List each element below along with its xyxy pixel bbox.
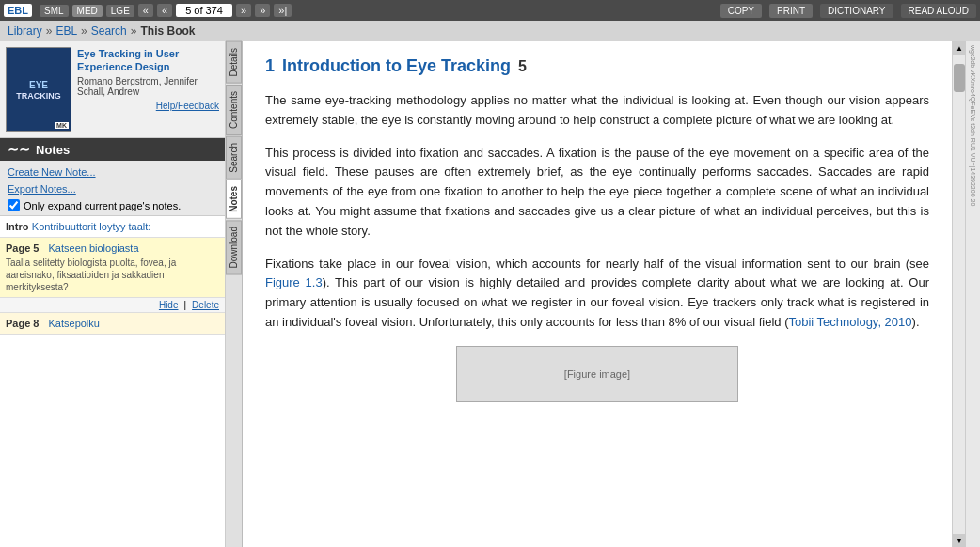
read-aloud-button[interactable]: READ ALOUD (901, 4, 976, 18)
expand-current-label: Only expand current page's notes. (24, 200, 181, 211)
tab-search[interactable]: Search (226, 136, 242, 180)
note-page5-body: Taalla selitetty biologista puolta, fove… (6, 257, 219, 293)
scroll-thumb[interactable] (954, 64, 965, 92)
scroll-track[interactable] (953, 55, 965, 534)
size-small-button[interactable]: SML (40, 5, 69, 17)
chapter-title: Introduction to Eye Tracking (282, 56, 511, 76)
code-strip: wgc2db vKXmro4QFeEVs t2dh RU1 VU=|143922… (965, 41, 980, 547)
main-layout: EYE TRACKING MK Eye Tracking in User Exp… (0, 41, 980, 547)
paragraph-1: The same eye-tracking methodology applie… (265, 91, 929, 131)
scroll-down-arrow[interactable]: ▼ (953, 534, 966, 547)
book-cover: EYE TRACKING MK (6, 47, 71, 132)
breadcrumb-ebl[interactable]: EBL (55, 24, 77, 38)
nav-last-button[interactable]: »| (274, 4, 292, 17)
note-intro: Intro Kontribuuttorit loytyy taalt: (0, 216, 225, 238)
figure-link[interactable]: Figure 1.3 (265, 275, 323, 289)
figure-area: [Figure image] (265, 346, 929, 402)
page-indicator: 5 of 374 (176, 4, 232, 17)
breadcrumb-search[interactable]: Search (91, 24, 127, 38)
chapter-page-num: 5 (518, 58, 527, 75)
notes-header: ∼∼ Notes (0, 138, 225, 161)
note-page8-title[interactable]: Katsepolku (49, 318, 100, 329)
book-title: Eye Tracking in User Experience Design (77, 47, 219, 74)
chapter-header: 1 Introduction to Eye Tracking 5 (265, 56, 929, 76)
print-button[interactable]: PRINT (769, 4, 813, 18)
note-page5: Page 5 Katseen biologiasta Taalla selite… (0, 238, 225, 298)
nav-next-button[interactable]: » (236, 4, 251, 17)
tobii-link[interactable]: Tobii Technology, 2010 (788, 315, 911, 329)
chapter-number: 1 (265, 56, 275, 76)
figure-image: [Figure image] (456, 346, 738, 402)
paragraph-2: This process is divided into fixation an… (265, 144, 929, 242)
tab-contents[interactable]: Contents (226, 85, 242, 135)
notes-actions: Create New Note... Export Notes... Only … (0, 161, 225, 216)
tab-download[interactable]: Download (226, 220, 242, 274)
note-intro-title[interactable]: Kontribuuttorit loytyy taalt: (32, 221, 151, 232)
breadcrumb: Library » EBL » Search » This Book (0, 21, 980, 41)
left-sidebar: EYE TRACKING MK Eye Tracking in User Exp… (0, 41, 226, 547)
tab-notes[interactable]: Notes (226, 180, 242, 219)
breadcrumb-library[interactable]: Library (8, 24, 42, 38)
create-note-link[interactable]: Create New Note... (8, 164, 217, 181)
scroll-up-arrow[interactable]: ▲ (953, 41, 966, 55)
book-authors: Romano Bergstrom, Jennifer Schall, Andre… (77, 76, 219, 97)
book-info: EYE TRACKING MK Eye Tracking in User Exp… (0, 41, 225, 138)
notes-icon: ∼∼ (8, 142, 30, 157)
content-area: 1 Introduction to Eye Tracking 5 The sam… (243, 41, 980, 547)
hide-note-link[interactable]: Hide (159, 300, 179, 310)
nav-first-button[interactable]: « (138, 4, 153, 17)
page-content: 1 Introduction to Eye Tracking 5 The sam… (243, 41, 952, 547)
book-meta: Eye Tracking in User Experience Design R… (77, 47, 219, 132)
logo-badge: EBL (4, 4, 32, 17)
notes-checkbox-row: Only expand current page's notes. (8, 199, 217, 211)
right-tabs: Details Contents Search Notes Download (226, 41, 243, 547)
note-page8: Page 8 Katsepolku (0, 313, 225, 335)
nav-prev-block-button[interactable]: « (157, 4, 172, 17)
notes-title: Notes (36, 143, 70, 157)
figure-placeholder: [Figure image] (564, 368, 630, 380)
tab-details[interactable]: Details (226, 41, 242, 84)
note-footer: Hide | Delete (0, 298, 225, 313)
help-feedback-link[interactable]: Help/Feedback (77, 101, 219, 111)
delete-note-link[interactable]: Delete (192, 300, 219, 310)
export-notes-link[interactable]: Export Notes... (8, 181, 217, 198)
note-intro-label: Intro (6, 221, 28, 232)
notes-list: Intro Kontribuuttorit loytyy taalt: Page… (0, 216, 225, 547)
copy-button[interactable]: COPY (720, 4, 762, 18)
note-page5-label: Page 5 (6, 242, 39, 254)
nav-next-block-button[interactable]: » (255, 4, 270, 17)
expand-current-checkbox[interactable] (8, 199, 20, 211)
size-medium-button[interactable]: MED (72, 5, 103, 17)
dictionary-button[interactable]: DICTIONARY (820, 4, 893, 18)
paragraph-3: Fixations take place in our foveal visio… (265, 255, 929, 333)
notes-panel: ∼∼ Notes Create New Note... Export Notes… (0, 138, 225, 547)
note-page8-label: Page 8 (6, 318, 39, 329)
size-large-button[interactable]: LGE (106, 5, 134, 17)
note-page5-title[interactable]: Katseen biologiasta (49, 242, 139, 254)
breadcrumb-current: This Book (140, 24, 195, 38)
toolbar: EBL SML MED LGE « « 5 of 374 » » »| COPY… (0, 0, 980, 21)
scrollbar[interactable]: ▲ ▼ (952, 41, 965, 547)
